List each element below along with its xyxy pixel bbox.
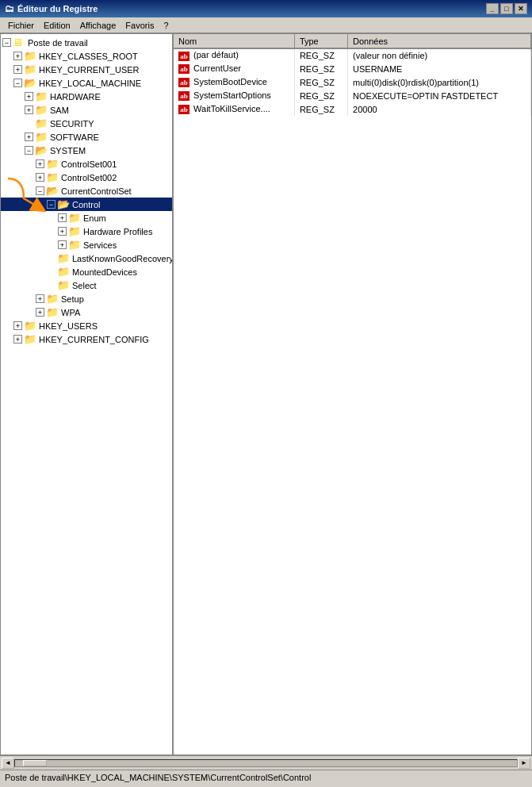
tree-item-hardwareprofiles[interactable]: + 📁 Hardware Profiles — [1, 225, 172, 238]
tree-item-services[interactable]: + 📁 Services — [1, 238, 172, 251]
tree-item-hkcu[interactable]: + 📁 HKEY_CURRENT_USER — [1, 63, 172, 76]
table-row[interactable]: ab CurrentUserREG_SZUSERNAME — [174, 62, 531, 75]
tree-label-wpa: WPA — [61, 308, 80, 317]
scroll-left-btn[interactable]: ◄ — [2, 758, 14, 769]
expand-services[interactable]: + — [58, 240, 67, 249]
value-type: REG_SZ — [294, 75, 347, 89]
expand-hkcu[interactable]: + — [13, 65, 22, 74]
column-donnees: Données — [348, 34, 531, 48]
folder-icon-lastknowngoodrecovery: 📁 — [57, 253, 70, 264]
value-data: (valeur non définie) — [348, 48, 531, 62]
tree-label-currentcontrolset: CurrentControlSet — [61, 186, 132, 196]
expand-currentcontrolset[interactable]: − — [36, 186, 44, 195]
tree-item-software[interactable]: + 📁 SOFTWARE — [1, 130, 172, 144]
folder-icon-hkcu: 📁 — [24, 64, 36, 75]
expand-wpa[interactable]: + — [36, 308, 44, 317]
minimize-button[interactable]: _ — [486, 3, 499, 14]
folder-icon-hardware: 📁 — [35, 91, 48, 102]
tree-item-sam[interactable]: + 📁 SAM — [1, 103, 172, 117]
tree-label-hklm: HKEY_LOCAL_MACHINE — [39, 79, 141, 88]
tree-item-system[interactable]: − 📂 SYSTEM — [1, 144, 172, 157]
menu-favoris[interactable]: Favoris — [121, 19, 159, 32]
menu-fichier[interactable]: Fichier — [3, 19, 39, 32]
expand-hkcc[interactable]: + — [13, 335, 22, 344]
expand-enum[interactable]: + — [58, 213, 67, 222]
tree-item-enum[interactable]: + 📁 Enum — [1, 211, 172, 225]
tree-label-services: Services — [83, 240, 117, 250]
maximize-button[interactable]: □ — [500, 3, 513, 14]
value-data: USERNAME — [348, 62, 531, 75]
tree-label-system: SYSTEM — [50, 146, 86, 155]
tree-item-lastknowngoodrecovery[interactable]: 📁 LastKnownGoodRecovery — [1, 251, 172, 265]
table-row[interactable]: ab WaitToKillService....REG_SZ20000 — [174, 102, 531, 116]
tree-item-select[interactable]: 📁 Select — [1, 278, 172, 292]
reg-type-icon: ab — [178, 78, 189, 87]
expand-hardware[interactable]: + — [25, 92, 33, 101]
tree-panel[interactable]: − 🖥 Poste de travail + 📁 HKEY_CLASSES_RO… — [1, 34, 174, 754]
menu-affichage[interactable]: Affichage — [75, 19, 121, 32]
expand-setup[interactable]: + — [36, 294, 44, 303]
folder-icon-control: 📂 — [57, 199, 70, 210]
expand-controlset002[interactable]: + — [36, 173, 44, 182]
table-row[interactable]: ab SystemBootDeviceREG_SZmulti(0)disk(0)… — [174, 75, 531, 89]
tree-item-control[interactable]: − 📂 Control — [1, 198, 172, 211]
scrollbar-track[interactable] — [14, 759, 518, 767]
tree-label-hardwareprofiles: Hardware Profiles — [83, 227, 152, 236]
status-bar: Poste de travail\HKEY_LOCAL_MACHINE\SYST… — [0, 770, 532, 784]
folder-icon-currentcontrolset: 📂 — [46, 186, 59, 197]
reg-type-icon: ab — [178, 105, 189, 114]
folder-icon-hkcr: 📁 — [24, 51, 36, 62]
folder-icon-enum: 📁 — [68, 213, 81, 224]
tree-item-mounteddevices[interactable]: 📁 MountedDevices — [1, 265, 172, 278]
folder-icon-services: 📁 — [68, 240, 81, 251]
tree-label-root: Poste de travail — [28, 38, 88, 48]
tree-item-controlset002[interactable]: + 📁 ControlSet002 — [1, 171, 172, 184]
tree-label-select: Select — [72, 281, 97, 290]
menu-help[interactable]: ? — [159, 19, 173, 32]
tree-item-hkcr[interactable]: + 📁 HKEY_CLASSES_ROOT — [1, 49, 172, 63]
expand-controlset001[interactable]: + — [36, 159, 44, 168]
tree-item-currentcontrolset[interactable]: − 📂 CurrentControlSet — [1, 184, 172, 198]
scrollbar-thumb[interactable] — [23, 760, 47, 766]
app-window: 🗂 Éditeur du Registre _ □ ✕ Fichier Edit… — [0, 0, 532, 787]
tree-item-hardware[interactable]: + 📁 HARDWARE — [1, 90, 172, 103]
value-type: REG_SZ — [294, 62, 347, 75]
main-container: − 🖥 Poste de travail + 📁 HKEY_CLASSES_RO… — [0, 33, 532, 755]
expand-control[interactable]: − — [47, 200, 55, 209]
values-table: Nom Type Données ab (par défaut)REG_SZ(v… — [174, 34, 531, 116]
tree-item-hku[interactable]: + 📁 HKEY_USERS — [1, 319, 172, 332]
menu-edition[interactable]: Edition — [39, 19, 75, 32]
folder-icon-wpa: 📁 — [46, 307, 59, 318]
expand-hardwareprofiles[interactable]: + — [58, 227, 67, 236]
folder-icon-hklm: 📂 — [24, 78, 36, 89]
tree-item-security[interactable]: 📁 SECURITY — [1, 117, 172, 130]
tree-item-wpa[interactable]: + 📁 WPA — [1, 305, 172, 319]
title-bar-text: Éditeur du Registre — [17, 4, 98, 13]
tree-item-hklm[interactable]: − 📂 HKEY_LOCAL_MACHINE — [1, 76, 172, 90]
tree-label-software: SOFTWARE — [50, 132, 99, 142]
tree-item-controlset001[interactable]: + 📁 ControlSet001 — [1, 157, 172, 171]
folder-icon-hku: 📁 — [24, 321, 36, 332]
tree-item-hkcc[interactable]: + 📁 HKEY_CURRENT_CONFIG — [1, 332, 172, 346]
tree-label-lastknowngoodrecovery: LastKnownGoodRecovery — [72, 254, 174, 263]
expand-hkcr[interactable]: + — [13, 52, 22, 60]
folder-icon-controlset001: 📁 — [46, 159, 59, 170]
tree-item-root[interactable]: − 🖥 Poste de travail — [1, 36, 172, 49]
value-data: 20000 — [348, 102, 531, 116]
expand-hklm[interactable]: − — [13, 79, 22, 87]
tree-label-hkcc: HKEY_CURRENT_CONFIG — [39, 335, 149, 344]
tree-label-enum: Enum — [83, 213, 106, 223]
expand-system[interactable]: − — [25, 146, 33, 155]
reg-type-icon: ab — [178, 52, 189, 61]
expand-root[interactable]: − — [2, 38, 11, 47]
tree-label-security: SECURITY — [50, 119, 94, 129]
close-button[interactable]: ✕ — [515, 3, 527, 14]
table-row[interactable]: ab SystemStartOptionsREG_SZNOEXECUTE=OPT… — [174, 89, 531, 102]
table-row[interactable]: ab (par défaut)REG_SZ(valeur non définie… — [174, 48, 531, 62]
scroll-right-btn[interactable]: ► — [518, 758, 530, 769]
tree-item-setup[interactable]: + 📁 Setup — [1, 292, 172, 305]
folder-icon-select: 📁 — [57, 280, 70, 291]
expand-hku[interactable]: + — [13, 321, 22, 330]
expand-sam[interactable]: + — [25, 106, 33, 114]
expand-software[interactable]: + — [25, 132, 33, 141]
